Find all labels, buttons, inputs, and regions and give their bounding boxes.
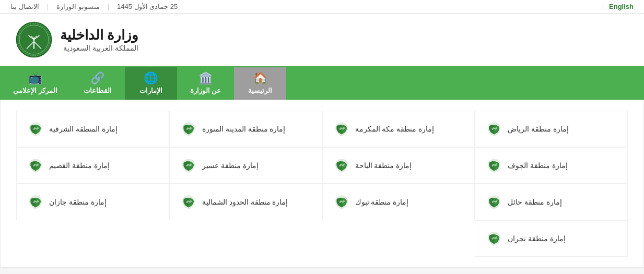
nav-emirates-label: الإمارات [139,87,162,94]
region-name: إمارة منطقة الباحة [355,161,412,170]
region-name: إمارة المنطقة الشرقية [49,125,118,133]
region-item[interactable]: إمارة منطقة حائل [475,184,628,220]
nav-media-label: المركز الإعلامي [13,87,57,94]
sectors-icon: 🔗 [90,73,104,84]
sa-map-icon [27,157,44,174]
ministry-subtitle: المملكة العربية السعودية [60,44,138,52]
region-name: إمارة منطقة تبوك [355,198,409,206]
sa-map-icon [27,121,44,137]
sa-map-icon [180,121,197,137]
region-name: إمارة منطقة الجوف [508,161,568,170]
top-bar: English | 25 جمادى الأول 1445 | منسوبو ا… [0,0,644,14]
nav-home-label: الرئيسية [248,87,272,94]
region-name: إمارة منطقة مكة المكرمة [355,125,435,133]
nav-sectors-label: القطاعات [84,87,112,94]
region-item[interactable]: إمارة منطقة الباحة [322,147,475,184]
nav-ministry-label: عن الوزارة [190,87,221,94]
top-bar-language: English | [602,3,634,10]
region-name: إمارة منطقة عسير [202,161,259,170]
sa-map-icon [333,194,350,210]
regions-grid: إمارة منطقة الرياض إمارة منطقة مكة المكر… [16,111,628,257]
sa-map-icon [333,157,350,174]
sa-map-icon [486,230,502,247]
region-item [322,220,475,257]
nav-item-sectors[interactable]: 🔗 القطاعات [71,67,125,100]
top-bar-info: 25 جمادى الأول 1445 | منسوبو الوزارة | ا… [10,3,178,10]
region-name: إمارة منطقة نجران [508,234,566,243]
region-item[interactable]: إمارة منطقة عسير [169,147,322,184]
nav-item-ministry[interactable]: 🏛️ عن الوزارة [177,67,235,100]
home-icon: 🏠 [253,73,267,84]
separator-2: | [108,3,109,10]
region-item[interactable]: إمارة منطقة القصيم [16,147,169,184]
main-nav: 🏠 الرئيسية 🏛️ عن الوزارة 🌐 الإمارات 🔗 ال… [0,67,644,100]
sa-map-icon [333,121,350,137]
date-text: 25 جمادى الأول 1445 [117,3,178,10]
region-item[interactable]: إمارة منطقة الجوف [475,147,628,184]
region-name: إمارة منطقة جازان [49,198,107,206]
region-name: إمارة منطقة الحدود الشمالية [202,198,288,206]
sa-map-icon [486,194,502,210]
ministry-staff-link[interactable]: منسوبو الوزارة [56,3,100,10]
region-item[interactable]: إمارة منطقة الرياض [475,111,628,147]
region-item[interactable]: إمارة منطقة الحدود الشمالية [169,184,322,220]
emirates-icon: 🌐 [144,73,158,84]
region-item [169,220,322,257]
nav-item-media[interactable]: 📺 المركز الإعلامي [0,67,71,100]
region-item[interactable]: إمارة المنطقة الشرقية [16,111,169,147]
region-item [16,220,169,257]
logo-text: وزارة الداخلية المملكة العربية السعودية [60,27,138,52]
english-link[interactable]: English [609,3,634,10]
sa-map-icon [486,121,502,137]
region-name: إمارة منطقة الرياض [508,125,569,133]
region-item[interactable]: إمارة منطقة نجران [475,220,628,257]
separator-3: | [47,3,49,10]
nav-item-home[interactable]: 🏠 الرئيسية [234,67,286,100]
region-name: إمارة منطقة المدينة المنورة [202,125,286,133]
sa-map-icon [486,157,502,174]
sa-map-icon [27,194,44,210]
header: وزارة الداخلية المملكة العربية السعودية [0,14,644,67]
region-item[interactable]: إمارة منطقة تبوك [322,184,475,220]
main-content: إمارة منطقة الرياض إمارة منطقة مكة المكر… [0,100,644,268]
contact-link[interactable]: الاتصال بنا [10,3,39,10]
sa-map-icon [180,157,197,174]
media-icon: 📺 [28,73,42,84]
ministry-emblem [16,21,52,58]
region-item[interactable]: إمارة منطقة المدينة المنورة [169,111,322,147]
separator-1: | [602,3,604,10]
logo-area: وزارة الداخلية المملكة العربية السعودية [16,21,138,58]
region-name: إمارة منطقة القصيم [49,161,110,170]
region-item[interactable]: إمارة منطقة مكة المكرمة [322,111,475,147]
ministry-title: وزارة الداخلية [60,27,138,43]
nav-item-emirates[interactable]: 🌐 الإمارات [125,67,177,100]
ministry-icon: 🏛️ [198,73,213,84]
region-item[interactable]: إمارة منطقة جازان [16,184,169,220]
region-name: إمارة منطقة حائل [508,198,562,206]
sa-map-icon [180,194,197,210]
